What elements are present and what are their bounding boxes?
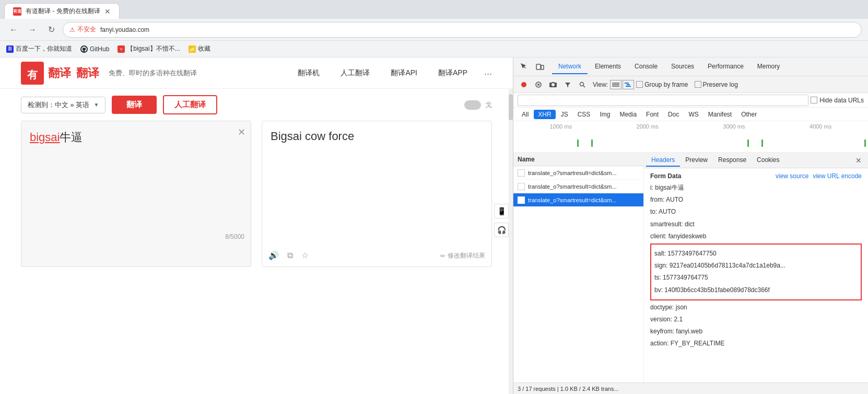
timeline[interactable]: 1000 ms 2000 ms 3000 ms 4000 ms	[513, 121, 868, 153]
form-field-ts: ts: 1577349764775	[654, 273, 858, 283]
network-content: Name translate_o?smartresult=dict&sm... …	[513, 153, 868, 383]
filter-font[interactable]: Font	[642, 110, 663, 119]
form-field-bv: bv: 140f03b6cc43b5b1fabe089d78dc366f	[654, 285, 858, 295]
timeline-marker-2	[591, 140, 593, 147]
form-field-version: version: 2.1	[650, 315, 862, 325]
filter-ws[interactable]: WS	[684, 110, 702, 119]
toggle-switch[interactable]	[464, 100, 481, 110]
preserve-log-cb[interactable]	[695, 81, 701, 88]
filter-media[interactable]: Media	[615, 110, 641, 119]
tab-close-button[interactable]: ✕	[104, 7, 111, 16]
input-close-button[interactable]: ✕	[238, 126, 245, 138]
camera-button[interactable]	[547, 78, 559, 91]
record-button[interactable]	[518, 78, 530, 91]
translate-controls: 检测到：中文 » 英语 ▼ 翻译 人工翻译 戈	[0, 89, 513, 121]
nav-human[interactable]: 人工翻译	[336, 66, 374, 80]
tab-elements[interactable]: Elements	[589, 60, 627, 74]
reload-button[interactable]: ↻	[44, 22, 58, 37]
youdao-page: 有 翻译 翻译 免费、即时的多语种在线翻译 翻译机 人工翻译 翻译API 翻译A…	[0, 57, 513, 394]
request-row-1[interactable]: translate_o?smartresult=dict&sm...	[513, 166, 643, 180]
copy-icon[interactable]: ⧉	[287, 251, 293, 260]
github-icon	[80, 45, 88, 53]
details-tab-headers[interactable]: Headers	[646, 154, 680, 167]
details-tab-response[interactable]: Response	[713, 154, 752, 167]
speaker-icon[interactable]: 🔊	[268, 250, 279, 260]
language-selector[interactable]: 检测到：中文 » 英语 ▼	[21, 97, 105, 113]
device-toggle-icon[interactable]	[533, 60, 547, 74]
list-view-button[interactable]	[610, 80, 621, 89]
preserve-log-checkbox[interactable]: Preserve log	[695, 81, 738, 88]
nav-translator[interactable]: 翻译机	[294, 66, 324, 80]
network-toolbar: View: Group by frame Preserve log	[513, 76, 868, 93]
url-bar[interactable]: ⚠ 不安全 fanyi.youdao.com	[63, 22, 862, 38]
group-by-frame-cb[interactable]	[636, 81, 643, 88]
details-close-button[interactable]: ✕	[851, 154, 866, 167]
view-source-link[interactable]: view source	[776, 172, 808, 180]
input-underline: bigsai	[30, 131, 60, 144]
tab-network[interactable]: Network	[552, 60, 588, 74]
filter-all[interactable]: All	[518, 110, 533, 119]
page-scrollbar[interactable]	[509, 89, 513, 394]
filter-other[interactable]: Other	[737, 110, 761, 119]
nav-api[interactable]: 翻译API	[386, 66, 421, 80]
group-by-frame-checkbox[interactable]: Group by frame	[636, 81, 688, 88]
nav-more-button[interactable]: ...	[484, 66, 492, 80]
filter-icon-button[interactable]	[561, 78, 574, 91]
search-button[interactable]	[576, 78, 589, 91]
nav-app[interactable]: 翻译APP	[434, 66, 472, 80]
request-name-2: translate_o?smartresult=dict&sm...	[528, 183, 617, 190]
edit-result-button[interactable]: ✏ 修改翻译结果	[440, 251, 485, 260]
timeline-label-1000: 1000 ms	[518, 123, 604, 130]
page-right-icons: 📱 🎧	[494, 204, 509, 237]
filter-input[interactable]	[518, 95, 808, 106]
active-tab[interactable]: 有道 有道翻译 - 免费的在线翻译 ✕	[4, 3, 120, 19]
filter-xhr[interactable]: XHR	[534, 110, 555, 119]
view-url-encode-link[interactable]: view URL encode	[813, 172, 862, 180]
devtools-tabs: Network Elements Console Sources Perform…	[513, 57, 868, 76]
scrollbar-thumb	[509, 94, 513, 120]
form-field-smartresult: smartresult: dict	[650, 219, 862, 229]
waterfall-view-button[interactable]	[623, 80, 634, 89]
star-icon[interactable]: ☆	[301, 250, 309, 260]
warning-icon: ⚠	[69, 26, 75, 33]
timeline-marker-4	[761, 140, 763, 147]
inspect-element-icon[interactable]	[518, 60, 531, 74]
devtools-icons	[518, 60, 547, 74]
timeline-label-2000: 2000 ms	[604, 123, 691, 130]
input-box[interactable]: bigsai牛逼 ✕ 8/5000	[21, 121, 251, 267]
details-tab-preview[interactable]: Preview	[680, 154, 713, 167]
logo-title: 翻译	[76, 65, 99, 81]
translate-button[interactable]: 翻译	[112, 96, 157, 114]
security-badge: ⚠ 不安全 fanyi.youdao.com	[69, 25, 149, 34]
phone-icon[interactable]: 📱	[494, 204, 509, 218]
tab-memory[interactable]: Memory	[751, 60, 786, 74]
filter-doc[interactable]: Doc	[664, 110, 683, 119]
filter-css[interactable]: CSS	[573, 110, 595, 119]
youdao-nav: 翻译机 人工翻译 翻译API 翻译APP ...	[294, 66, 492, 80]
hide-data-urls-checkbox[interactable]: Hide data URLs	[811, 97, 864, 104]
filter-img[interactable]: Img	[595, 110, 614, 119]
headphone-icon[interactable]: 🎧	[494, 223, 509, 237]
bookmark-csdn[interactable]: C 【bigsai】不惜不...	[118, 44, 180, 53]
request-row-2[interactable]: translate_o?smartresult=dict&sm...	[513, 180, 643, 193]
filter-manifest[interactable]: Manifest	[704, 110, 736, 119]
hide-data-urls-cb[interactable]	[811, 97, 817, 103]
bookmark-baidu[interactable]: 百 百度一下，你就知道	[6, 44, 72, 53]
bookmark-github[interactable]: GitHub	[80, 45, 109, 53]
bookmark-collect[interactable]: 📁 收藏	[189, 44, 210, 53]
human-translate-button[interactable]: 人工翻译	[163, 95, 217, 114]
forward-button[interactable]: →	[25, 22, 40, 37]
form-field-salt: salt: 15773497647750	[654, 249, 858, 259]
form-field-action: action: FY_BY_REALTIME	[650, 339, 862, 349]
stop-button[interactable]	[532, 78, 545, 91]
filter-js[interactable]: JS	[557, 110, 572, 119]
name-column-header: Name	[513, 153, 643, 166]
svg-rect-15	[626, 86, 631, 87]
request-row-3[interactable]: translate_o?smartresult=dict&sm...	[513, 193, 643, 207]
back-button[interactable]: ←	[6, 22, 21, 37]
form-data-content: Form Data view source view URL encode i:…	[644, 168, 868, 383]
tab-console[interactable]: Console	[628, 60, 664, 74]
details-tab-cookies[interactable]: Cookies	[752, 154, 784, 167]
tab-performance[interactable]: Performance	[701, 60, 750, 74]
tab-sources[interactable]: Sources	[665, 60, 700, 74]
